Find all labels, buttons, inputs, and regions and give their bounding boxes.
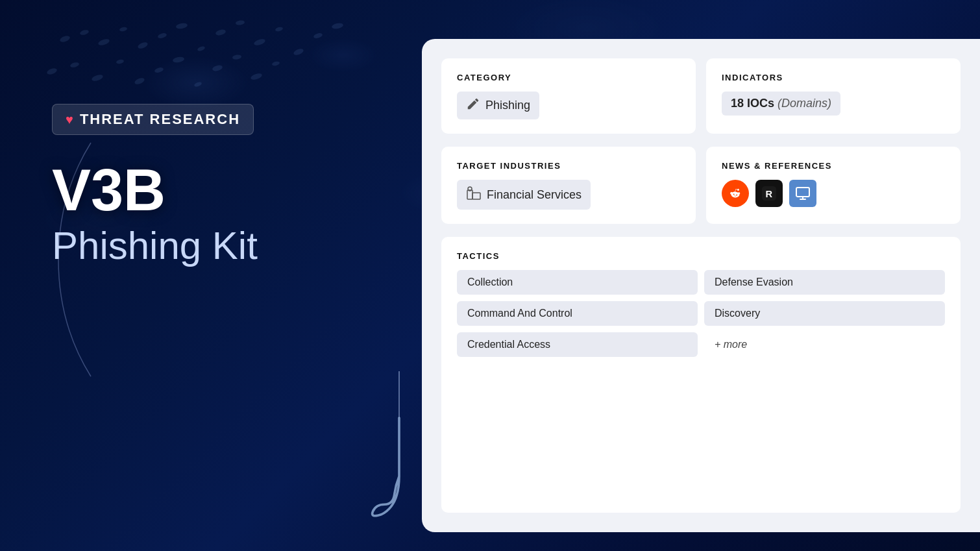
phishing-icon (466, 97, 480, 114)
tactic-command-control: Command And Control (457, 301, 698, 326)
main-title: V3B (52, 161, 402, 219)
news-card: NEWS & REFERENCES R (706, 147, 961, 224)
category-card: CATEGORY Phishing (441, 58, 696, 134)
hook-illustration (370, 363, 428, 532)
tactic-credential-access: Credential Access (457, 332, 698, 357)
tactic-more: + more (704, 332, 945, 357)
tactics-card: TACTICS Collection Defense Evasion Comma… (441, 237, 961, 513)
tactic-defense-evasion: Defense Evasion (704, 270, 945, 295)
reddit-icon[interactable] (722, 180, 749, 207)
badge-label: THREAT RESEARCH (80, 111, 240, 128)
ioc-count: 18 (731, 97, 744, 110)
tactic-collection: Collection (457, 270, 698, 295)
ioc-value: 18 IOCs (Domains) (722, 92, 840, 116)
svg-rect-28 (467, 190, 472, 199)
target-header: TARGET INDUSTRIES (457, 161, 680, 171)
news-header: NEWS & REFERENCES (722, 161, 945, 171)
svg-rect-34 (796, 188, 809, 197)
news-icons: R (722, 180, 945, 207)
middle-row: TARGET INDUSTRIES Financial Services NEW… (441, 147, 961, 224)
ioc-sublabel: (Domains) (778, 97, 831, 110)
industry-icon (466, 185, 482, 204)
indicators-header: INDICATORS (722, 73, 945, 82)
category-text: Phishing (485, 99, 530, 112)
category-header: CATEGORY (457, 73, 680, 82)
category-value: Phishing (457, 92, 539, 119)
tactic-discovery: Discovery (704, 301, 945, 326)
monitor-icon[interactable] (789, 180, 816, 207)
tactics-header: TACTICS (457, 251, 945, 261)
indicators-card: INDICATORS 18 IOCs (Domains) (706, 58, 961, 134)
ioc-label-text: IOCs (747, 97, 774, 110)
threat-badge: ♥ THREAT RESEARCH (52, 104, 254, 135)
readwise-icon[interactable]: R (755, 180, 783, 207)
svg-rect-29 (472, 193, 480, 199)
target-industries-card: TARGET INDUSTRIES Financial Services (441, 147, 696, 224)
industry-value: Financial Services (457, 180, 591, 210)
heart-monitor-icon: ♥ (66, 112, 73, 127)
sub-title: Phishing Kit (52, 225, 402, 267)
industry-text: Financial Services (487, 188, 582, 202)
right-panel: CATEGORY Phishing INDICATORS 18 IOCs (Do… (422, 39, 980, 532)
top-row: CATEGORY Phishing INDICATORS 18 IOCs (Do… (441, 58, 961, 134)
tactics-grid: Collection Defense Evasion Command And C… (457, 270, 945, 357)
svg-text:R: R (766, 189, 773, 199)
